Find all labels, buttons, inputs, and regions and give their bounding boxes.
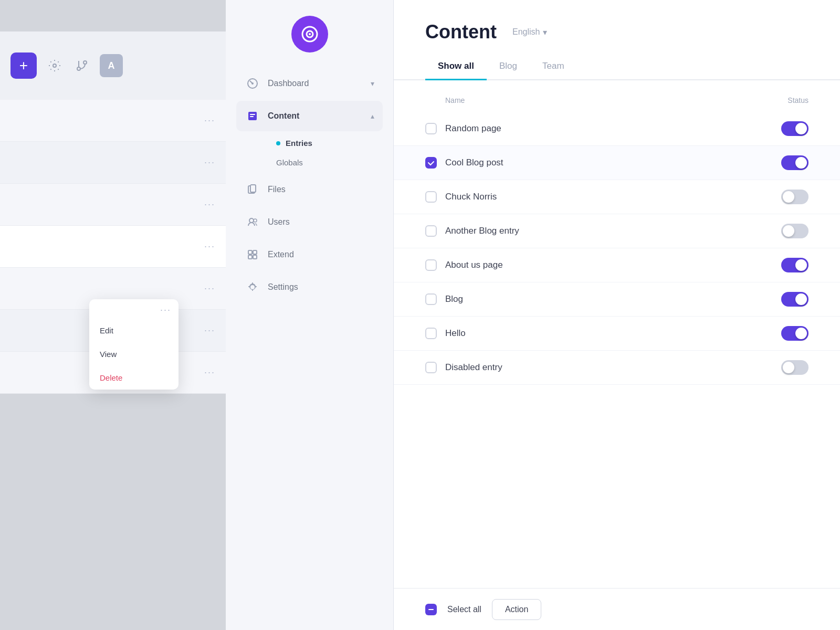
context-menu-dots[interactable]: ··· <box>160 304 171 316</box>
settings-icon <box>245 279 260 295</box>
svg-rect-17 <box>248 255 252 259</box>
sidebar-item-label: Content <box>268 111 363 121</box>
sidebar-item-content[interactable]: Content ▴ <box>236 101 383 131</box>
entry-toggle[interactable] <box>781 292 808 307</box>
chevron-down-icon: ▾ <box>371 79 374 88</box>
language-selector[interactable]: English ▾ <box>512 27 547 37</box>
entry-row: Chuck Norris <box>394 180 840 214</box>
toggle-knob <box>795 328 807 339</box>
row-menu-button[interactable]: ··· <box>204 115 215 126</box>
sidebar-item-label: Extend <box>268 250 374 259</box>
active-dot <box>276 141 280 145</box>
chevron-up-icon: ▴ <box>371 112 374 120</box>
language-label: English <box>512 27 540 37</box>
main-header: Content English ▾ <box>394 0 840 54</box>
list-item: ··· <box>0 184 226 226</box>
page-title: Content <box>425 21 497 43</box>
sidebar-item-label: Settings <box>268 282 374 292</box>
sidebar-item-label: Users <box>268 217 374 227</box>
add-button[interactable]: + <box>10 52 37 79</box>
entry-toggle[interactable] <box>781 258 808 272</box>
git-icon[interactable] <box>72 56 91 75</box>
list-item: ··· <box>0 226 226 268</box>
context-menu-view[interactable]: View <box>89 342 178 366</box>
chevron-down-icon: ▾ <box>543 27 547 37</box>
svg-point-1 <box>83 61 87 64</box>
entry-toggle[interactable] <box>781 326 808 341</box>
logo-icon <box>291 16 328 52</box>
toggle-knob <box>783 191 794 203</box>
entry-toggle[interactable] <box>781 121 808 136</box>
entry-checkbox[interactable] <box>425 225 437 237</box>
extend-icon <box>245 247 260 262</box>
entry-name: Another Blog entry <box>445 226 773 236</box>
main-content: Content English ▾ Show all Blog Team Nam… <box>394 0 840 630</box>
entry-checkbox[interactable] <box>425 362 437 373</box>
sidebar-item-extend[interactable]: Extend <box>236 239 383 270</box>
toggle-knob <box>783 225 794 237</box>
entry-row: Random page <box>394 112 840 146</box>
entry-name: About us page <box>445 260 773 270</box>
sidebar: Dashboard ▾ Content ▴ Entries Globals <box>226 0 394 630</box>
bottom-bar: Select all Action <box>394 588 840 630</box>
row-menu-button[interactable]: ··· <box>204 157 215 168</box>
sidebar-item-settings[interactable]: Settings <box>236 272 383 302</box>
tab-show-all[interactable]: Show all <box>425 54 487 80</box>
row-menu-button[interactable]: ··· <box>204 367 215 378</box>
sidebar-item-dashboard[interactable]: Dashboard ▾ <box>236 68 383 99</box>
svg-point-13 <box>249 218 254 223</box>
entry-row: Another Blog entry <box>394 214 840 248</box>
tab-team[interactable]: Team <box>530 54 577 80</box>
entry-checkbox[interactable] <box>425 328 437 339</box>
entry-row: About us page <box>394 248 840 282</box>
sidebar-item-files[interactable]: Files <box>236 174 383 205</box>
sidebar-nav: Dashboard ▾ Content ▴ Entries Globals <box>226 68 393 302</box>
entry-row: Blog <box>394 282 840 317</box>
files-icon <box>245 182 260 197</box>
entry-name: Hello <box>445 328 773 339</box>
entry-checkbox[interactable] <box>425 157 437 169</box>
entry-name: Cool Blog post <box>445 158 773 168</box>
context-menu-delete[interactable]: Delete <box>89 366 178 390</box>
select-all-checkbox[interactable] <box>425 604 437 615</box>
entry-toggle[interactable] <box>781 224 808 238</box>
entry-toggle[interactable] <box>781 190 808 204</box>
context-menu-edit[interactable]: Edit <box>89 319 178 342</box>
context-menu: ··· Edit View Delete <box>89 299 178 390</box>
svg-rect-16 <box>253 250 257 254</box>
sidebar-item-users[interactable]: Users <box>236 207 383 237</box>
action-button[interactable]: Action <box>492 599 541 620</box>
toggle-knob <box>795 293 807 305</box>
entry-name: Random page <box>445 123 773 134</box>
sidebar-item-label: Entries <box>286 139 312 148</box>
entry-checkbox[interactable] <box>425 259 437 271</box>
svg-rect-19 <box>428 609 434 610</box>
sidebar-item-entries[interactable]: Entries <box>268 133 383 153</box>
select-all-label: Select all <box>447 605 481 614</box>
users-icon <box>245 214 260 230</box>
entry-toggle[interactable] <box>781 155 808 170</box>
row-menu-button[interactable]: ··· <box>204 325 215 336</box>
entry-row: Cool Blog post <box>394 146 840 180</box>
svg-rect-18 <box>253 255 257 259</box>
svg-point-5 <box>309 33 311 35</box>
sidebar-item-globals[interactable]: Globals <box>268 153 383 172</box>
entry-toggle[interactable] <box>781 360 808 375</box>
entry-checkbox[interactable] <box>425 191 437 203</box>
row-menu-button[interactable]: ··· <box>204 199 215 210</box>
row-menu-button[interactable]: ··· <box>204 283 215 294</box>
sidebar-item-label: Dashboard <box>268 79 363 88</box>
entry-checkbox[interactable] <box>425 293 437 305</box>
avatar[interactable]: A <box>100 54 123 77</box>
list-item: ··· <box>0 100 226 142</box>
list-item: ··· <box>0 142 226 184</box>
toggle-knob <box>783 362 794 373</box>
entry-checkbox[interactable] <box>425 123 437 134</box>
column-name-header: Name <box>445 96 756 104</box>
row-menu-button[interactable]: ··· <box>204 241 215 252</box>
toggle-knob <box>795 259 807 271</box>
settings-icon[interactable] <box>45 56 64 75</box>
entry-row: Disabled entry <box>394 351 840 385</box>
toggle-knob <box>795 123 807 134</box>
tab-blog[interactable]: Blog <box>487 54 530 80</box>
